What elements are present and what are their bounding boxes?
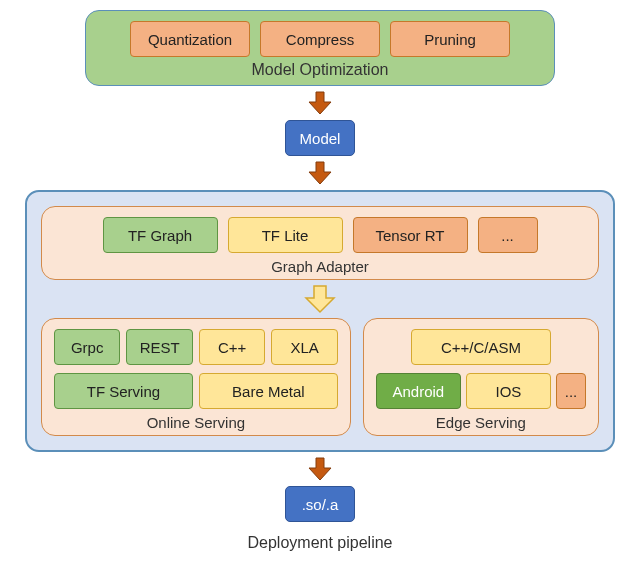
opt-pruning: Pruning <box>390 21 510 57</box>
adapter-label: Graph Adapter <box>54 258 586 275</box>
edge-serving-container: C++/C/ASM Android IOS ... Edge Serving <box>363 318 599 436</box>
output-box: .so/.a <box>285 486 355 522</box>
pipeline-stage: TF Graph TF Lite Tensor RT ... Graph Ada… <box>25 190 615 452</box>
online-xla: XLA <box>271 329 337 365</box>
edge-more: ... <box>556 373 586 409</box>
edge-lang-row: C++/C/ASM <box>376 329 586 365</box>
online-baremetal: Bare Metal <box>199 373 338 409</box>
online-tfserving: TF Serving <box>54 373 193 409</box>
arrow-down-icon <box>305 90 335 116</box>
diagram-caption: Deployment pipeline <box>20 534 620 552</box>
edge-label: Edge Serving <box>376 414 586 431</box>
arrow-down-icon <box>302 284 338 314</box>
arrow-opt-to-model <box>20 90 620 116</box>
edge-android: Android <box>376 373 461 409</box>
arrow-down-icon <box>305 456 335 482</box>
adapter-tfgraph: TF Graph <box>103 217 218 253</box>
online-cpp: C++ <box>199 329 265 365</box>
edge-ios: IOS <box>466 373 551 409</box>
online-serving-container: Grpc REST C++ XLA TF Serving Bare Metal … <box>41 318 351 436</box>
online-backends-row: TF Serving Bare Metal <box>54 373 338 409</box>
online-protocols-row: Grpc REST C++ XLA <box>54 329 338 365</box>
opt-quantization: Quantization <box>130 21 250 57</box>
model-box: Model <box>285 120 355 156</box>
online-label: Online Serving <box>54 414 338 431</box>
model-row: Model <box>20 120 620 156</box>
serving-row: Grpc REST C++ XLA TF Serving Bare Metal … <box>41 318 599 436</box>
adapter-tensorrt: Tensor RT <box>353 217 468 253</box>
adapter-tflite: TF Lite <box>228 217 343 253</box>
model-optimization-stage: Quantization Compress Pruning Model Opti… <box>85 10 555 86</box>
online-grpc: Grpc <box>54 329 120 365</box>
optimization-row: Quantization Compress Pruning <box>100 21 540 57</box>
arrow-model-to-pipeline <box>20 160 620 186</box>
opt-compress: Compress <box>260 21 380 57</box>
arrow-adapter-to-serving <box>41 284 599 314</box>
optimization-label: Model Optimization <box>100 61 540 79</box>
online-rest: REST <box>126 329 192 365</box>
adapter-row: TF Graph TF Lite Tensor RT ... <box>54 217 586 253</box>
edge-lang: C++/C/ASM <box>411 329 551 365</box>
edge-platforms-row: Android IOS ... <box>376 373 586 409</box>
graph-adapter-container: TF Graph TF Lite Tensor RT ... Graph Ada… <box>41 206 599 280</box>
arrow-pipeline-to-output <box>20 456 620 482</box>
adapter-more: ... <box>478 217 538 253</box>
output-row: .so/.a <box>20 486 620 522</box>
arrow-down-icon <box>305 160 335 186</box>
